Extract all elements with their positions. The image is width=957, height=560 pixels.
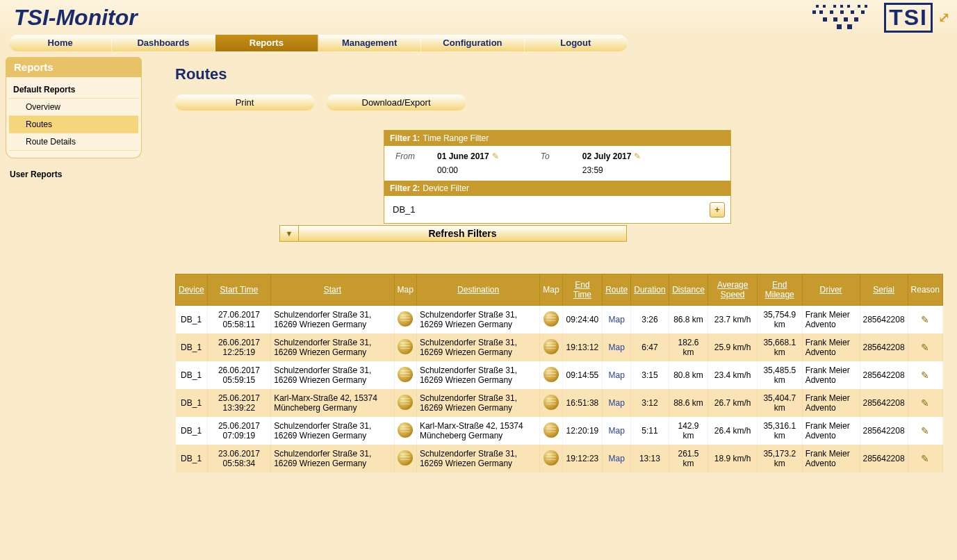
col-end-time[interactable]: End Time [562, 274, 603, 306]
nav-configuration[interactable]: Configuration [421, 35, 524, 51]
svg-rect-4 [847, 5, 850, 8]
cell-duration: 13:13 [631, 445, 669, 472]
svg-rect-5 [858, 5, 860, 8]
col-route[interactable]: Route [603, 274, 631, 306]
nav-dashboards[interactable]: Dashboards [112, 35, 215, 51]
col-device[interactable]: Device [176, 274, 208, 306]
cell-destination: Schulzendorfer Straße 31, 16269 Wriezen … [416, 389, 539, 417]
col-map[interactable]: Map [540, 274, 562, 306]
sidebar-user-reports[interactable]: User Reports [6, 165, 142, 183]
edit-from-icon[interactable]: ✎ [492, 151, 499, 161]
cell-driver: Frank Meier Advento [802, 361, 860, 389]
device-filter-input[interactable] [390, 201, 710, 217]
route-map-link[interactable]: Map [609, 426, 625, 436]
edit-reason-icon[interactable]: ✎ [921, 397, 929, 409]
cell-serial: 285642208 [860, 306, 908, 334]
svg-rect-16 [854, 17, 858, 22]
globe-icon[interactable] [543, 367, 559, 382]
route-map-link[interactable]: Map [609, 370, 625, 380]
edit-to-icon[interactable]: ✎ [634, 151, 641, 161]
to-label: To [541, 151, 569, 161]
nav-home[interactable]: Home [9, 35, 112, 51]
filter2-name: Device Filter [423, 183, 469, 193]
cell-avg-speed: 23.7 km/h [708, 306, 758, 334]
cell-avg-speed: 26.7 km/h [708, 389, 758, 417]
cell-map-dest [540, 389, 562, 417]
col-destination[interactable]: Destination [416, 274, 539, 306]
edit-reason-icon[interactable]: ✎ [921, 453, 929, 464]
nav-logout[interactable]: Logout [525, 35, 628, 51]
filter-collapse-toggle[interactable]: ▼ [279, 225, 299, 242]
globe-icon[interactable] [543, 422, 559, 438]
svg-rect-13 [823, 17, 827, 22]
route-map-link[interactable]: Map [609, 454, 625, 463]
svg-rect-1 [823, 5, 826, 8]
page-title: Routes [175, 65, 943, 83]
sidebar-item-routes[interactable]: Routes [9, 116, 138, 133]
logo-tsi: TSI [884, 3, 933, 33]
edit-reason-icon[interactable]: ✎ [921, 314, 929, 325]
globe-icon[interactable] [398, 311, 413, 327]
globe-icon[interactable] [398, 339, 413, 354]
col-serial[interactable]: Serial [860, 274, 908, 306]
globe-icon[interactable] [398, 422, 413, 438]
cell-serial: 285642208 [860, 417, 908, 445]
cell-map-dest [540, 306, 562, 334]
edit-reason-icon[interactable]: ✎ [921, 425, 929, 436]
globe-icon[interactable] [543, 339, 559, 354]
export-button[interactable]: Download/Export [327, 94, 466, 110]
col-end-mileage[interactable]: End Mileage [757, 274, 802, 306]
col-average-speed[interactable]: Average Speed [708, 274, 758, 306]
svg-rect-11 [851, 10, 854, 14]
nav-reports[interactable]: Reports [215, 35, 318, 51]
col-duration[interactable]: Duration [631, 274, 669, 306]
cell-driver: Frank Meier Advento [802, 417, 860, 445]
svg-rect-0 [816, 5, 819, 8]
to-time: 23:59 [582, 165, 603, 175]
cell-device: DB_1 [176, 333, 208, 361]
col-driver[interactable]: Driver [802, 274, 860, 306]
globe-icon[interactable] [543, 311, 559, 327]
col-distance[interactable]: Distance [669, 274, 708, 306]
cell-route: Map [603, 445, 631, 472]
cell-reason: ✎ [908, 445, 942, 472]
cell-route: Map [603, 333, 631, 361]
cell-reason: ✎ [908, 333, 942, 361]
sidebar-section-header[interactable]: Default Reports [9, 81, 138, 99]
col-start-time[interactable]: Start Time [207, 274, 270, 306]
refresh-filters-button[interactable]: Refresh Filters [299, 225, 627, 242]
nav-management[interactable]: Management [318, 35, 421, 51]
route-map-link[interactable]: Map [609, 343, 625, 352]
cell-route: Map [603, 306, 631, 334]
globe-icon[interactable] [543, 395, 559, 410]
cell-distance: 88.6 km [669, 389, 708, 417]
col-start[interactable]: Start [271, 274, 394, 306]
globe-icon[interactable] [543, 450, 559, 466]
fullscreen-icon[interactable]: ⤢ [938, 9, 950, 26]
add-device-button[interactable]: + [710, 202, 725, 217]
edit-reason-icon[interactable]: ✎ [921, 342, 929, 353]
cell-device: DB_1 [176, 445, 208, 472]
print-button[interactable]: Print [175, 94, 314, 110]
globe-icon[interactable] [398, 395, 413, 410]
sidebar-title: Reports [6, 57, 142, 77]
cell-device: DB_1 [176, 361, 208, 389]
table-row: DB_125.06.2017 13:39:22Karl-Marx-Straße … [176, 389, 943, 417]
cell-driver: Frank Meier Advento [802, 445, 860, 472]
edit-reason-icon[interactable]: ✎ [921, 370, 929, 381]
route-map-link[interactable]: Map [609, 398, 625, 408]
sidebar-item-overview[interactable]: Overview [9, 99, 138, 116]
sidebar-item-route-details[interactable]: Route Details [9, 133, 138, 151]
svg-rect-15 [844, 17, 848, 22]
cell-end-time: 09:14:55 [562, 361, 603, 389]
globe-icon[interactable] [398, 367, 413, 382]
cell-reason: ✎ [908, 306, 942, 334]
table-row: DB_127.06.2017 05:58:11Schulzendorfer St… [176, 306, 943, 334]
globe-icon[interactable] [398, 450, 413, 466]
col-map[interactable]: Map [394, 274, 416, 306]
svg-rect-2 [833, 5, 836, 8]
route-map-link[interactable]: Map [609, 315, 625, 324]
cell-duration: 5:11 [631, 417, 669, 445]
col-reason[interactable]: Reason [908, 274, 942, 306]
cell-driver: Frank Meier Advento [802, 333, 860, 361]
